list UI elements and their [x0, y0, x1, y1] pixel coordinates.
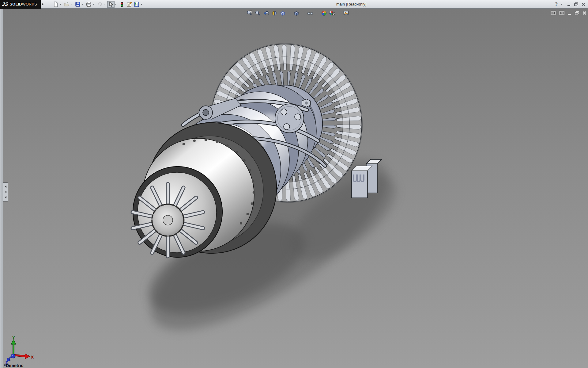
save-button[interactable] [74, 1, 81, 8]
save-dropdown-caret[interactable] [82, 4, 84, 5]
feature-panel-collapse-tab[interactable] [3, 182, 8, 201]
new-dropdown-caret[interactable] [60, 4, 62, 5]
brand-name-bold: SOLID [10, 2, 22, 6]
standard-toolbar [52, 1, 144, 8]
restore-button[interactable] [574, 2, 579, 6]
previous-view-icon [263, 10, 269, 16]
dassault-3ds-logo-glyph: 3S [2, 2, 9, 7]
zoom-to-fit-button[interactable] [246, 10, 253, 16]
select-cursor-icon [108, 1, 114, 7]
toolbar-separator [301, 13, 305, 13]
toolbar-separator [288, 13, 291, 13]
hide-show-items-button[interactable] [307, 10, 313, 16]
view-orientation-label: *Dimetric [4, 363, 24, 368]
triad-y-arrow [11, 339, 16, 356]
undo-dropdown-caret[interactable] [104, 4, 106, 5]
print-icon [86, 1, 92, 7]
undo-button[interactable] [96, 1, 104, 8]
open-button[interactable] [63, 1, 70, 8]
feature-panel-splitter[interactable] [0, 9, 3, 368]
new-document-button[interactable] [52, 1, 59, 8]
open-dropdown-caret[interactable] [71, 4, 73, 5]
menu-expand-arrow-icon[interactable] [42, 3, 43, 6]
front-opening [133, 167, 222, 257]
minimize-button[interactable] [567, 2, 571, 6]
solidworks-logo: 3S SOLIDWORKS [0, 0, 41, 9]
view-settings-button[interactable] [343, 10, 349, 16]
view-settings-icon [343, 10, 349, 16]
triad-origin [11, 354, 15, 358]
select-dropdown-caret[interactable] [115, 4, 117, 5]
document-window-controls [551, 11, 587, 15]
display-style-button[interactable] [293, 10, 300, 16]
previous-view-button[interactable] [263, 10, 269, 16]
zoom-to-area-icon [255, 10, 261, 16]
undo-arrow-icon [97, 1, 103, 7]
window-controls: ? [555, 1, 586, 8]
close-doc-button[interactable] [582, 11, 587, 15]
triad-origin-highlight [12, 355, 13, 356]
zoom-to-area-button[interactable] [254, 10, 261, 16]
triad-x-label: X [31, 355, 34, 359]
minimize-doc-button[interactable] [567, 11, 572, 15]
section-view-icon [271, 10, 277, 16]
view-orientation-button[interactable] [279, 10, 286, 16]
apply-scene-icon [329, 10, 335, 16]
expand-right-pane-button[interactable] [559, 11, 564, 15]
appearance-ball-icon [321, 10, 327, 16]
title-bar: 3S SOLIDWORKS [0, 0, 588, 9]
options-dropdown-caret[interactable] [141, 4, 142, 5]
display-style-icon [293, 10, 300, 16]
graphics-area[interactable] [0, 9, 588, 368]
orientation-triad: Y X Z [5, 335, 34, 364]
headsup-view-toolbar [246, 10, 349, 16]
options-checklist-button[interactable] [133, 1, 140, 8]
document-title: main [Read-only] [336, 2, 366, 6]
restore-doc-button[interactable] [575, 11, 579, 15]
edit-appearance-button[interactable] [321, 10, 327, 16]
print-dropdown-caret[interactable] [93, 4, 95, 5]
apply-scene-button[interactable] [329, 10, 335, 16]
collapse-arrow-icon [5, 191, 6, 193]
triad-y-label: Y [12, 335, 15, 340]
collapse-arrow-icon [5, 196, 6, 198]
graphics-viewport: Y X Z *Dimetric [0, 9, 588, 368]
close-button[interactable] [581, 2, 586, 6]
open-folder-icon [64, 1, 70, 7]
collapse-arrow-icon [5, 186, 6, 188]
traffic-light-icon [119, 1, 125, 7]
collapse-left-pane-button[interactable] [551, 11, 556, 15]
checkered-flag [332, 13, 335, 15]
toolbar-separator [315, 13, 319, 13]
options-checklist-icon [134, 1, 140, 7]
section-view-button[interactable] [271, 10, 277, 16]
select-button[interactable] [107, 1, 115, 8]
help-dropdown-caret[interactable] [561, 4, 563, 5]
help-button[interactable]: ? [555, 2, 558, 7]
zoom-to-fit-icon [247, 10, 253, 16]
print-button[interactable] [85, 1, 92, 8]
save-floppy-icon [75, 1, 81, 7]
sketch-note-icon [126, 1, 132, 7]
brand-name-light: WORKS [22, 2, 37, 6]
new-document-icon [53, 1, 59, 7]
triad-x-arrow [13, 354, 30, 359]
sketch-note-button[interactable] [126, 1, 133, 8]
toolbar-separator [337, 13, 341, 13]
traffic-light-button[interactable] [118, 1, 126, 8]
view-orientation-icon [280, 10, 286, 16]
eyeglasses-icon [307, 10, 313, 16]
